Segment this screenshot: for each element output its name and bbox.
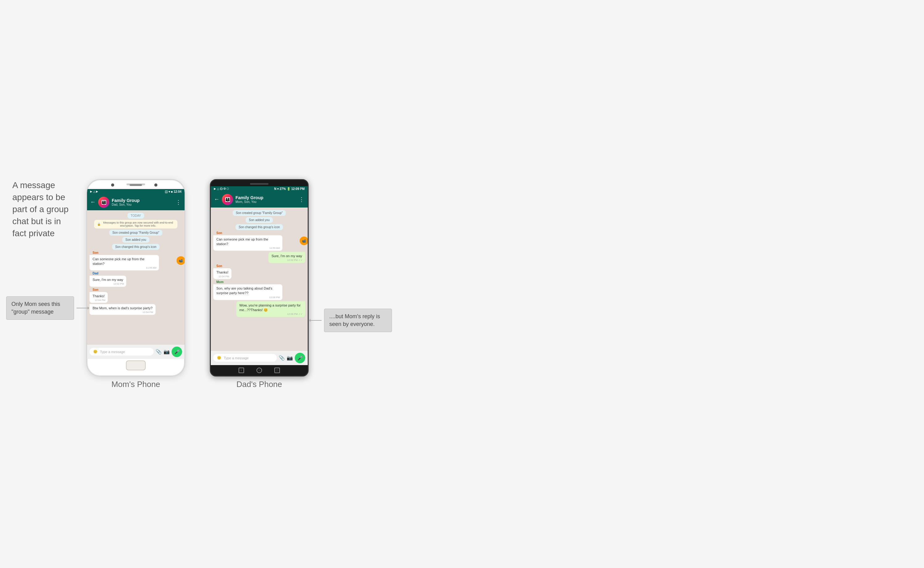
status-left-icons: ▶ △ ▶ xyxy=(90,190,98,193)
menu-icon[interactable]: ⋮ xyxy=(176,199,182,206)
group-members-2: Mom, Son, You xyxy=(235,200,296,204)
time-mom: 12:06 PM xyxy=(269,296,280,299)
bubble-son-1: Can someone pick me up from the station?… xyxy=(89,255,159,271)
bubble-container-1: Son Can someone pick me up from the stat… xyxy=(89,251,182,271)
dads-status-bar: ▶ △ ⏻ ❂ ⬡ N ▾ 27% 🔋 12:09 PM xyxy=(211,186,308,192)
system-encrypted: 🔒Messages to this group are now secured … xyxy=(94,220,177,228)
moms-status-bar: ▶ △ ▶ ◫ ▾ ■ 12:04 xyxy=(87,189,185,194)
time-son-1: 11:59 AM xyxy=(146,266,156,269)
bubble-son-d2: Thanks! 12:04 PM xyxy=(213,268,232,279)
time-dad: 12:02 PM xyxy=(113,282,124,286)
time-son-2: 12:04 PM xyxy=(95,299,105,302)
call-icon-2: 📹 xyxy=(300,237,308,245)
left-annotation: A message appears to be part of a group … xyxy=(12,179,74,240)
bubble-container-dad-1: Son Can someone pick me up from the stat… xyxy=(213,231,305,251)
sender-dad: Dad xyxy=(89,272,126,275)
sender-son: Son xyxy=(89,251,159,254)
back-button[interactable]: ← xyxy=(90,199,96,205)
group-avatar: 👨‍👩‍👦 xyxy=(98,197,109,208)
input-placeholder-2[interactable]: Type a message xyxy=(224,356,273,360)
time-out-2: 12:09 PM ✓✓ xyxy=(287,313,303,316)
time-son-3: 12:04 PM xyxy=(142,311,153,314)
bubble-son-3: Btw Mom, when is dad's surprise party? 1… xyxy=(89,304,156,315)
bubble-row-son-1: Son Can someone pick me up from the stat… xyxy=(89,251,159,271)
dads-phone-label: Dad's Phone xyxy=(236,379,282,389)
system-created: Son created group "Family Group" xyxy=(109,230,162,236)
nav-recent[interactable]: □ xyxy=(274,367,280,373)
sender-mom: Mom xyxy=(213,280,282,284)
group-name-2: Family Group xyxy=(235,195,296,200)
bubble-row-son-2: Son Thanks! 12:04 PM xyxy=(89,288,108,303)
group-members: Dad, Son, You xyxy=(112,203,173,206)
dads-note: ....but Mom's reply is seen by everyone. xyxy=(309,309,392,332)
bubble-row-mom: Mom Son, why are you talking about Dad's… xyxy=(213,280,282,300)
camera-icon[interactable]: 📷 xyxy=(164,349,170,355)
main-layout: A message appears to be part of a group … xyxy=(12,179,912,389)
android-speaker xyxy=(250,183,268,185)
bubble-son-2: Thanks! 12:04 PM xyxy=(89,292,108,303)
sender-son-d: Son xyxy=(213,231,282,235)
dads-phone: ▶ △ ⏻ ❂ ⬡ N ▾ 27% 🔋 12:09 PM ← 👨‍👩‍👦 Fam… xyxy=(210,179,309,376)
input-placeholder[interactable]: Type a message xyxy=(100,350,150,354)
attachment-icon-2[interactable]: 📎 xyxy=(279,355,285,361)
input-field-2[interactable]: 🙂 Type a message xyxy=(213,354,277,362)
android-nav: ‹ ○ □ xyxy=(211,365,308,376)
sender-son-d2: Son xyxy=(213,264,232,267)
call-icon: 📹 xyxy=(177,256,185,265)
mic-button-2[interactable]: 🎤 xyxy=(295,353,305,363)
dads-screen: ▶ △ ⏻ ❂ ⬡ N ▾ 27% 🔋 12:09 PM ← 👨‍👩‍👦 Fam… xyxy=(211,186,308,365)
back-button-2[interactable]: ← xyxy=(214,196,220,202)
moms-screen: ▶ △ ▶ ◫ ▾ ■ 12:04 ← 👨‍👩‍👦 Family Group D… xyxy=(87,189,185,359)
bubble-row-dad: Dad Sure, I'm on my way 12:02 PM xyxy=(89,272,126,287)
status-time-2: N ▾ 27% 🔋 12:09 PM xyxy=(274,187,304,190)
bubble-out-1: Sure, I'm on my way 12:02 PM ✓✓ xyxy=(268,252,305,263)
sender-son-2: Son xyxy=(89,288,108,292)
mic-button[interactable]: 🎤 xyxy=(171,347,182,357)
phones-wrapper: ▶ △ ▶ ◫ ▾ ■ 12:04 ← 👨‍👩‍👦 Family Group D… xyxy=(86,179,309,389)
moms-phone: ▶ △ ▶ ◫ ▾ ■ 12:04 ← 👨‍👩‍👦 Family Group D… xyxy=(86,179,185,376)
system-icon-2: Son changed this group's icon xyxy=(235,224,283,230)
bubble-row-out-2: Wow, you're planning a surprise party fo… xyxy=(236,301,306,317)
dads-chat-area[interactable]: Son created group "Family Group" Son add… xyxy=(211,207,308,351)
system-added-2: Son added you xyxy=(245,217,273,223)
moms-annotation: Only Mom sees this "group" message xyxy=(6,296,74,320)
camera-icon-2[interactable]: 📷 xyxy=(287,355,293,361)
time-son-d1: 11:59 AM xyxy=(270,246,280,250)
dads-phone-container: ▶ △ ⏻ ❂ ⬡ N ▾ 27% 🔋 12:09 PM ← 👨‍👩‍👦 Fam… xyxy=(210,179,309,389)
system-today: TODAY xyxy=(127,213,144,219)
nav-back[interactable]: ‹ xyxy=(239,367,244,373)
status-time: ◫ ▾ ■ 12:04 xyxy=(165,190,182,193)
time-out-1: 12:02 PM ✓✓ xyxy=(287,258,303,262)
iphone-camera-left xyxy=(111,183,114,187)
menu-icon-2[interactable]: ⋮ xyxy=(299,196,304,203)
system-added: Son added you xyxy=(122,237,149,243)
input-field[interactable]: 🙂 Type a message xyxy=(89,348,154,355)
moms-input-bar: 🙂 Type a message 📎 📷 🎤 xyxy=(87,345,185,359)
header-info-2: Family Group Mom, Son, You xyxy=(235,195,296,204)
bubble-son-d1: Can someone pick me up from the station?… xyxy=(213,235,282,251)
system-created-2: Son created group "Family Group" xyxy=(233,210,286,216)
bubble-mom: Son, why are you talking about Dad's sur… xyxy=(213,284,282,300)
emoji-icon-2[interactable]: 🙂 xyxy=(217,356,221,360)
moms-note: Only Mom sees this "group" message xyxy=(6,296,89,320)
emoji-icon[interactable]: 🙂 xyxy=(93,350,97,354)
bubble-row-son-d2: Son Thanks! 12:04 PM xyxy=(213,264,232,279)
attachment-icon[interactable]: 📎 xyxy=(156,349,162,355)
iphone-speaker xyxy=(130,184,142,186)
bubble-out-2: Wow, you're planning a surprise party fo… xyxy=(236,301,306,317)
dads-header: ← 👨‍👩‍👦 Family Group Mom, Son, You ⋮ xyxy=(211,192,308,207)
moms-phone-label: Mom's Phone xyxy=(111,379,160,389)
iphone-camera-right xyxy=(154,183,158,187)
group-name: Family Group xyxy=(112,198,173,203)
moms-header: ← 👨‍👩‍👦 Family Group Dad, Son, You ⋮ xyxy=(87,194,185,210)
moms-phone-container: ▶ △ ▶ ◫ ▾ ■ 12:04 ← 👨‍👩‍👦 Family Group D… xyxy=(86,179,185,389)
header-info: Family Group Dad, Son, You xyxy=(112,198,173,206)
bubble-dad: Sure, I'm on my way 12:02 PM xyxy=(89,276,126,287)
nav-home[interactable]: ○ xyxy=(256,367,262,373)
bubble-row-out-1: Sure, I'm on my way 12:02 PM ✓✓ xyxy=(268,252,305,263)
system-icon: Son changed this group's icon xyxy=(112,244,159,250)
bubble-row-son-d1: Son Can someone pick me up from the stat… xyxy=(213,231,282,251)
group-avatar-2: 👨‍👩‍👦 xyxy=(222,194,233,205)
dads-annotation: ....but Mom's reply is seen by everyone. xyxy=(324,309,392,332)
moms-chat-area[interactable]: TODAY 🔒Messages to this group are now se… xyxy=(87,210,185,345)
